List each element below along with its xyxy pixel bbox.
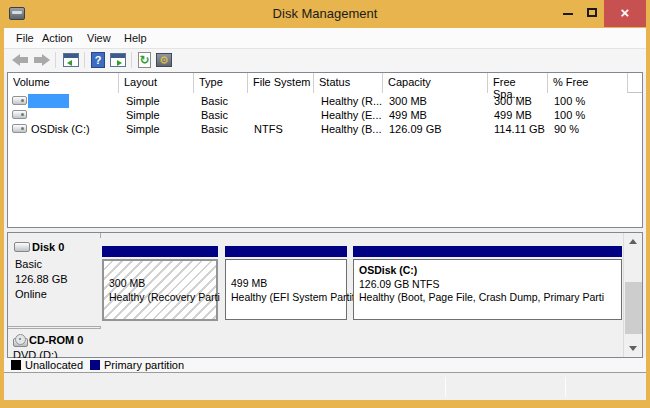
col-volume[interactable]: Volume [8, 73, 119, 93]
partition-status: Healthy (Recovery Parti [109, 291, 220, 305]
graphical-view-pane: Disk 0 Basic 126.88 GB Online 300 MB Hea… [7, 232, 643, 358]
back-icon[interactable] [12, 54, 29, 66]
partition-name: OSDisk (C:) [359, 264, 604, 278]
cell-pctfree: 100 % [554, 108, 585, 122]
toolbar-separator [131, 52, 132, 68]
maximize-button[interactable] [580, 0, 604, 27]
cell-freespace: 499 MB [494, 108, 532, 122]
forward-icon[interactable] [33, 54, 50, 66]
partition-size: 126.09 GB NTFS [359, 278, 604, 292]
primary-partition-swatch [90, 360, 100, 370]
maximize-icon [587, 8, 597, 17]
status-bar [4, 374, 646, 400]
partition-recovery[interactable]: 300 MB Healthy (Recovery Parti [102, 246, 218, 322]
disk0-name: Disk 0 [32, 241, 64, 253]
partition-size: 499 MB [231, 277, 355, 291]
partition-status: Healthy (Boot, Page File, Crash Dump, Pr… [359, 291, 604, 305]
menu-action[interactable]: Action [42, 32, 73, 44]
menu-help[interactable]: Help [124, 32, 147, 44]
cell-capacity: 499 MB [389, 108, 427, 122]
partition-size: 300 MB [109, 277, 220, 291]
partition-osdisk[interactable]: OSDisk (C:) 126.09 GB NTFS Healthy (Boot… [353, 246, 622, 322]
disk0-label[interactable]: Disk 0 Basic 126.88 GB Online [8, 238, 101, 327]
vertical-scrollbar[interactable] [623, 233, 641, 357]
cell-layout: Simple [126, 108, 160, 122]
disk0-type: Basic [15, 257, 42, 272]
volume-icon [12, 110, 27, 119]
help-icon[interactable]: ? [91, 52, 105, 68]
cell-pctfree: 90 % [554, 122, 579, 136]
menu-bar: File Action View Help [4, 28, 646, 49]
cell-status: Healthy (R... [321, 94, 382, 108]
unallocated-swatch [11, 360, 21, 370]
col-capacity[interactable]: Capacity [383, 73, 488, 93]
partition-efi[interactable]: 499 MB Healthy (EFI System Partit [225, 246, 347, 322]
show-action-pane-icon[interactable] [110, 53, 126, 67]
partition-body: OSDisk (C:) 126.09 GB NTFS Healthy (Boot… [353, 259, 622, 320]
menu-file[interactable]: File [16, 32, 34, 44]
disk0-status: Online [15, 287, 47, 302]
cdrom0-label[interactable]: CD-ROM 0 DVD (D:) [8, 328, 101, 357]
minimize-icon [563, 13, 573, 15]
close-button[interactable]: × [604, 0, 646, 27]
partition-type-bar [102, 246, 218, 257]
cell-status: Healthy (B... [321, 122, 382, 136]
disk-icon [14, 242, 30, 252]
cell-type: Basic [201, 94, 228, 108]
cell-type: Basic [201, 122, 228, 136]
statusbar-separator [445, 377, 446, 397]
cdrom-icon [13, 338, 28, 347]
toolbar-separator [84, 52, 85, 68]
title-bar[interactable]: Disk Management × [0, 0, 650, 28]
cell-filesystem: NTFS [254, 122, 283, 136]
volume-list-pane: Volume Layout Type File System Status Ca… [7, 72, 643, 228]
cell-volume: OSDisk (C:) [31, 122, 90, 136]
volume-table-header: Volume Layout Type File System Status Ca… [8, 73, 642, 93]
disk0-size: 126.88 GB [15, 272, 68, 287]
show-console-tree-icon[interactable] [63, 53, 79, 67]
minimize-button[interactable] [556, 0, 580, 27]
volume-icon [12, 124, 27, 133]
cell-capacity: 126.09 GB [389, 122, 442, 136]
cell-capacity: 300 MB [389, 94, 427, 108]
legend-bar: Unallocated Primary partition [4, 358, 646, 373]
cell-freespace: 114.11 GB [494, 122, 545, 136]
scrollbar-thumb[interactable] [625, 282, 642, 334]
col-freespace[interactable]: Free Spa... [488, 73, 548, 93]
volume-row-osdisk[interactable]: OSDisk (C:) Simple Basic NTFS Healthy (B… [8, 122, 642, 136]
toolbar-separator [55, 52, 56, 68]
col-pctfree[interactable]: % Free [548, 73, 628, 93]
partition-body: 300 MB Healthy (Recovery Parti [102, 259, 218, 321]
col-type[interactable]: Type [194, 73, 248, 93]
cdrom-name: CD-ROM 0 [29, 334, 83, 346]
primary-partition-label: Primary partition [104, 359, 184, 371]
partition-type-bar [353, 246, 622, 257]
cell-freespace: 300 MB [494, 94, 532, 108]
menu-view[interactable]: View [87, 32, 111, 44]
disk-management-window: Disk Management × File Action View Help … [0, 0, 650, 408]
cell-layout: Simple [126, 94, 160, 108]
col-layout[interactable]: Layout [119, 73, 194, 93]
cell-type: Basic [201, 108, 228, 122]
window-title: Disk Management [0, 6, 650, 21]
toolbar: ? ↻ ⚙ [4, 49, 646, 72]
disk-actions-icon[interactable]: ⚙ [156, 53, 172, 67]
volume-row-recovery[interactable]: Simple Basic Healthy (R... 300 MB 300 MB… [8, 94, 642, 108]
cell-status: Healthy (E... [321, 108, 382, 122]
col-filesystem[interactable]: File System [248, 73, 314, 93]
partition-body: 499 MB Healthy (EFI System Partit [225, 259, 347, 320]
partition-status: Healthy (EFI System Partit [231, 291, 355, 305]
selection-highlight [28, 94, 69, 108]
volume-icon [12, 96, 27, 105]
refresh-icon[interactable]: ↻ [138, 52, 151, 68]
unallocated-label: Unallocated [25, 359, 83, 371]
statusbar-separator [565, 377, 566, 397]
scroll-up-button[interactable] [625, 233, 642, 250]
scroll-down-button[interactable] [625, 340, 642, 357]
volume-row-efi[interactable]: Simple Basic Healthy (E... 499 MB 499 MB… [8, 108, 642, 122]
partition-type-bar [225, 246, 347, 257]
cell-layout: Simple [126, 122, 160, 136]
col-status[interactable]: Status [314, 73, 383, 93]
cell-pctfree: 100 % [554, 94, 585, 108]
